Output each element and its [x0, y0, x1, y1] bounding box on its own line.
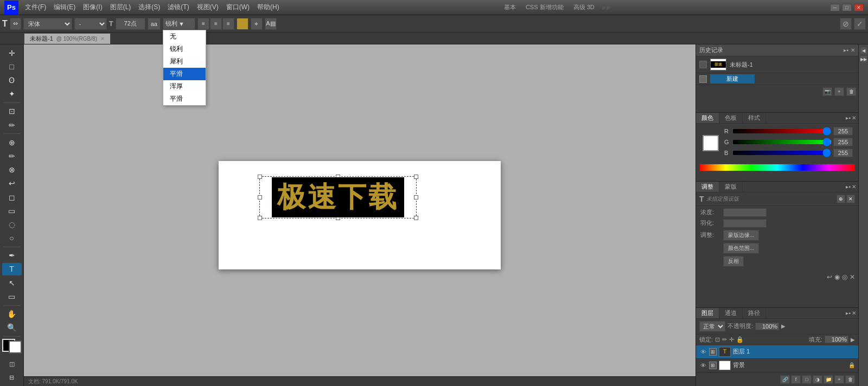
- move-tool[interactable]: ✛: [2, 47, 22, 59]
- layer-1-link[interactable]: ⊞: [709, 348, 717, 356]
- opacity-input[interactable]: [755, 323, 779, 330]
- layer-bg-visibility[interactable]: 👁: [699, 362, 707, 369]
- tab-masks[interactable]: 蒙版: [719, 182, 743, 192]
- menu-layer[interactable]: 图层(L): [107, 2, 135, 13]
- history-panel-close[interactable]: ✕: [851, 47, 855, 53]
- lock-all-icon[interactable]: 🔒: [736, 336, 744, 343]
- history-new-snapshot[interactable]: 📷: [822, 87, 832, 96]
- path-select-tool[interactable]: ↖: [2, 276, 22, 289]
- menu-select[interactable]: 选择(S): [135, 2, 163, 13]
- crop-tool[interactable]: ⊡: [2, 105, 22, 118]
- tab-channels[interactable]: 通道: [719, 308, 743, 318]
- tab-styles[interactable]: 样式: [743, 113, 766, 123]
- doc-tab-1[interactable]: 未标题-1 @ 100%(RGB/8) ✕: [24, 33, 111, 44]
- layer-link-button[interactable]: 🔗: [780, 375, 790, 384]
- layer-item-1[interactable]: 👁 ⊞ T 图层 1: [696, 345, 858, 359]
- confirm-edit-button[interactable]: ✓: [854, 18, 866, 30]
- color-preview[interactable]: [703, 135, 719, 151]
- workspace-basic[interactable]: 基本: [502, 3, 518, 12]
- aa-option-none[interactable]: 无: [163, 30, 206, 43]
- menu-help[interactable]: 帮助(H): [254, 2, 283, 13]
- doc-tab-close[interactable]: ✕: [100, 36, 105, 42]
- feather-input[interactable]: [723, 219, 767, 228]
- invert-button[interactable]: 反相: [723, 256, 744, 267]
- menu-edit[interactable]: 编辑(E): [50, 2, 79, 13]
- red-value[interactable]: [833, 127, 853, 136]
- zoom-tool[interactable]: 🔍: [2, 321, 22, 334]
- color-spectrum-bar[interactable]: [699, 164, 855, 171]
- font-family-select[interactable]: 宋体: [23, 18, 72, 30]
- adj-icon-reset[interactable]: ↩: [827, 273, 832, 281]
- cancel-edit-button[interactable]: ⊘: [840, 18, 852, 30]
- layers-panel-close[interactable]: ✕: [852, 310, 856, 316]
- layers-panel-menu[interactable]: ▸▪: [846, 310, 851, 316]
- lasso-tool[interactable]: ʘ: [2, 74, 22, 86]
- aa-option-smooth2[interactable]: 平滑: [163, 93, 206, 105]
- gradient-tool[interactable]: ▭: [2, 204, 22, 217]
- character-panel-button[interactable]: A▤: [265, 18, 277, 30]
- layer-delete-button[interactable]: 🗑: [845, 375, 855, 384]
- tab-swatches[interactable]: 色板: [719, 113, 743, 123]
- eyedropper-tool[interactable]: ✏: [2, 119, 22, 131]
- hand-tool[interactable]: ✋: [2, 307, 22, 320]
- layer-group-button[interactable]: 📁: [824, 375, 833, 384]
- quick-mask-toggle[interactable]: ◫: [2, 358, 22, 370]
- menu-filter[interactable]: 滤镜(T): [164, 2, 192, 13]
- adj-icon-delete[interactable]: ✕: [850, 273, 855, 281]
- history-item-new[interactable]: 新建: [696, 73, 858, 85]
- opacity-arrow[interactable]: ▶: [781, 323, 786, 329]
- menu-view[interactable]: 视图(V): [194, 2, 222, 13]
- mask-edge-button[interactable]: 蒙版边缘...: [723, 230, 759, 241]
- blur-tool[interactable]: ◌: [2, 218, 22, 230]
- lock-transparency-icon[interactable]: ⊡: [715, 336, 720, 343]
- clone-tool[interactable]: ⊗: [2, 163, 22, 176]
- screen-mode[interactable]: ⊟: [2, 371, 22, 384]
- green-value[interactable]: [833, 138, 853, 146]
- menu-window[interactable]: 窗口(W): [223, 2, 253, 13]
- warp-text-button[interactable]: ⌖: [251, 18, 263, 30]
- eraser-tool[interactable]: ◻: [2, 191, 22, 203]
- workspace-3d[interactable]: 高级 3D: [571, 3, 597, 12]
- shape-tool[interactable]: ▭: [2, 290, 22, 303]
- panel-toggle-1[interactable]: ◀: [860, 47, 867, 54]
- history-new-state[interactable]: +: [834, 87, 844, 96]
- menu-file[interactable]: 文件(F): [22, 2, 49, 13]
- fill-input[interactable]: [825, 336, 848, 343]
- green-slider[interactable]: [733, 140, 831, 144]
- layer-new-button[interactable]: +: [834, 375, 844, 384]
- pen-tool[interactable]: ✒: [2, 249, 22, 262]
- aa-option-crisp[interactable]: 犀利: [163, 55, 206, 68]
- aa-option-strong[interactable]: 浑厚: [163, 80, 206, 93]
- align-center-button[interactable]: ≡: [210, 18, 222, 30]
- lock-paint-icon[interactable]: ✏: [722, 336, 727, 343]
- align-right-button[interactable]: ≡: [222, 18, 234, 30]
- sharpness-input[interactable]: [723, 208, 767, 217]
- adj-icon-2[interactable]: ✕: [846, 195, 855, 203]
- blue-slider[interactable]: [733, 151, 831, 155]
- layer-style-button[interactable]: f: [791, 375, 801, 384]
- aa-option-smooth[interactable]: 平滑: [163, 68, 206, 80]
- tab-color[interactable]: 颜色: [696, 113, 719, 123]
- window-close[interactable]: ✕: [854, 4, 864, 11]
- font-variant-select[interactable]: -: [74, 18, 107, 30]
- text-orient-button[interactable]: ⇔: [10, 18, 21, 30]
- brush-tool[interactable]: ✏: [2, 150, 22, 162]
- font-size-input[interactable]: [116, 18, 145, 30]
- blend-mode-select[interactable]: 正常: [699, 321, 725, 332]
- adj-icon-view[interactable]: ◎: [842, 273, 847, 281]
- tab-layers[interactable]: 图层: [696, 308, 719, 318]
- history-snapshot-btn[interactable]: [699, 61, 707, 68]
- blue-value[interactable]: [833, 149, 853, 157]
- adj-icon-visibility[interactable]: ◉: [834, 273, 840, 281]
- canvas-text-content[interactable]: 极速下载: [272, 177, 404, 217]
- red-slider[interactable]: [733, 129, 831, 133]
- lock-move-icon[interactable]: ✛: [729, 336, 734, 343]
- fg-bg-colors[interactable]: [2, 339, 22, 354]
- adj-icon-1[interactable]: ⊕: [837, 195, 845, 203]
- aa-dropdown-trigger[interactable]: 锐利 ▼: [163, 18, 195, 30]
- window-maximize[interactable]: □: [842, 4, 852, 11]
- color-range-button[interactable]: 颜色范围...: [723, 243, 759, 254]
- text-tool[interactable]: T: [2, 263, 22, 275]
- magic-wand-tool[interactable]: ✦: [2, 88, 22, 100]
- aa-option-sharp[interactable]: 锐利: [163, 43, 206, 55]
